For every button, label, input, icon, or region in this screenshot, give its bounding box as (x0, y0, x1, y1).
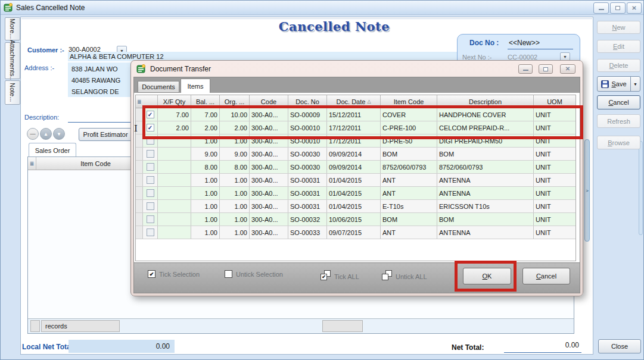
cell-org[interactable]: 9.00 (220, 148, 250, 160)
cell-uom[interactable]: UNIT (534, 148, 575, 160)
row-checkbox[interactable] (147, 189, 154, 197)
cell-xf[interactable] (158, 187, 191, 199)
cell-description[interactable]: ERICSSON T10s (437, 200, 534, 212)
save-split-button[interactable]: Save ▼ (597, 76, 640, 92)
cell-description[interactable]: BOM (437, 148, 534, 160)
row-checkbox-cell[interactable] (143, 148, 158, 160)
cell-doc_no[interactable]: SO-00031 (288, 187, 327, 199)
close-button[interactable]: Close (598, 339, 641, 353)
row-checkbox[interactable] (147, 215, 154, 223)
profit-estimator-button[interactable]: Profit Estimator (79, 128, 132, 141)
sidebar-tab-attachments[interactable]: Attachments... (5, 42, 20, 79)
cell-code[interactable]: 300-A0... (250, 161, 288, 173)
cell-code[interactable]: 300-A0... (250, 174, 288, 186)
row-checkbox-cell[interactable] (143, 174, 158, 186)
untick-all-button[interactable]: Untick ALL (382, 270, 427, 280)
column-chooser-icon[interactable]: ≣ (28, 157, 36, 170)
cell-uom[interactable]: UNIT (534, 174, 575, 186)
right-scrollbar-thumb[interactable] (639, 141, 643, 235)
cell-bal[interactable]: 9.00 (191, 148, 220, 160)
cell-xf[interactable] (158, 213, 191, 226)
cell-doc_date[interactable]: 09/09/2014 (327, 161, 381, 173)
cell-item_code[interactable]: ANT (381, 187, 437, 199)
row-checkbox-cell[interactable] (143, 200, 158, 212)
cell-doc_no[interactable]: SO-00031 (288, 200, 327, 212)
cell-code[interactable]: 300-A0... (250, 213, 288, 226)
cell-code[interactable]: 300-A0... (250, 200, 288, 212)
cell-uom[interactable]: UNIT (534, 213, 575, 226)
dialog-minimize-button[interactable] (518, 64, 533, 74)
cell-org[interactable]: 1.00 (220, 174, 250, 186)
row-checkbox[interactable] (147, 176, 154, 184)
cell-doc_date[interactable]: 09/07/2015 (327, 226, 381, 239)
cancel-button[interactable]: Cancel (597, 95, 640, 109)
browse-button[interactable]: Browse (597, 136, 640, 149)
edit-button[interactable]: Edit (597, 40, 640, 53)
tab-items[interactable]: Items (181, 79, 210, 93)
cell-org[interactable]: 1.00 (220, 226, 250, 239)
cell-xf[interactable] (158, 226, 191, 239)
cell-xf[interactable] (158, 174, 191, 186)
tick-selection-button[interactable]: ✔ Tick Selection (148, 270, 200, 278)
row-checkbox[interactable] (147, 150, 154, 158)
cell-uom[interactable]: UNIT (534, 187, 575, 199)
new-button[interactable]: New (597, 21, 640, 34)
cell-doc_date[interactable]: 01/04/2015 (327, 187, 381, 199)
delete-button[interactable]: Delete (597, 59, 640, 72)
table-row[interactable]: 1.00 1.00 300-A0... SO-00033 09/07/2015 … (136, 226, 575, 239)
row-checkbox[interactable] (147, 228, 154, 236)
cell-xf[interactable] (158, 200, 191, 212)
tab-sales-order[interactable]: Sales Order (29, 143, 76, 157)
cell-bal[interactable]: 1.00 (191, 226, 220, 239)
tick-all-button[interactable]: ✔ Tick ALL (321, 270, 359, 280)
restore-button[interactable] (610, 2, 626, 14)
cell-description[interactable]: ANTENNA (437, 226, 534, 239)
cell-bal[interactable]: 1.00 (191, 213, 220, 226)
table-row[interactable]: 9.00 9.00 300-A0... SO-00030 09/09/2014 … (136, 148, 575, 161)
doc-no-value[interactable]: <<New>> (509, 39, 540, 47)
cell-description[interactable]: ANTENNA (437, 187, 534, 199)
dialog-cancel-button[interactable]: Cancel (522, 268, 570, 284)
close-window-button[interactable]: ✕ (627, 2, 642, 14)
tab-documents[interactable]: Documents (138, 81, 179, 93)
minimize-button[interactable] (593, 2, 609, 14)
save-button[interactable]: Save (598, 80, 630, 88)
row-checkbox-cell[interactable] (143, 161, 158, 173)
sidebar-tab-note[interactable]: Note... (5, 80, 20, 105)
table-row[interactable]: 1.00 1.00 300-A0... SO-00032 10/06/2015 … (136, 213, 575, 226)
cell-doc_date[interactable]: 09/09/2014 (327, 148, 381, 160)
cell-item_code[interactable]: BOM (381, 213, 437, 226)
dialog-close-button[interactable]: ✕ (560, 64, 575, 74)
description-field[interactable] (68, 112, 130, 123)
cell-doc_no[interactable]: SO-00030 (288, 148, 327, 160)
cell-doc_no[interactable]: SO-00031 (288, 174, 327, 186)
cell-code[interactable]: 300-A0... (250, 187, 288, 199)
row-checkbox[interactable] (147, 202, 154, 210)
remove-row-button[interactable]: — (27, 128, 39, 140)
cell-bal[interactable]: 8.00 (191, 161, 220, 173)
dialog-restore-button[interactable] (539, 64, 553, 74)
cell-uom[interactable]: UNIT (534, 161, 575, 173)
cell-org[interactable]: 1.00 (220, 213, 250, 226)
cell-uom[interactable]: UNIT (534, 226, 575, 239)
cell-org[interactable]: 1.00 (220, 187, 250, 199)
row-checkbox-cell[interactable] (143, 213, 158, 226)
save-dropdown-button[interactable]: ▼ (630, 77, 640, 91)
cell-doc_no[interactable]: SO-00030 (288, 161, 327, 173)
table-row[interactable]: 1.00 1.00 300-A0... SO-00031 01/04/2015 … (136, 200, 575, 213)
cell-description[interactable]: 8752/060/0793 (437, 161, 534, 173)
cell-org[interactable]: 1.00 (220, 200, 250, 212)
refresh-button[interactable]: Refresh (597, 114, 640, 128)
cell-code[interactable]: 300-A0... (250, 148, 288, 160)
untick-selection-button[interactable]: Untick Selection (225, 270, 283, 278)
cell-org[interactable]: 8.00 (220, 161, 250, 173)
cell-item_code[interactable]: BOM (381, 148, 437, 160)
table-row[interactable]: 1.00 1.00 300-A0... SO-00031 01/04/2015 … (136, 187, 575, 200)
cell-description[interactable]: BOM (437, 213, 534, 226)
cell-item_code[interactable]: E-T10s (381, 200, 437, 212)
cell-uom[interactable]: UNIT (534, 200, 575, 212)
cell-doc_date[interactable]: 01/04/2015 (327, 174, 381, 186)
cell-doc_no[interactable]: SO-00032 (288, 213, 327, 226)
table-row[interactable]: 8.00 8.00 300-A0... SO-00030 09/09/2014 … (136, 161, 575, 174)
panel-expander[interactable]: > (584, 139, 590, 242)
